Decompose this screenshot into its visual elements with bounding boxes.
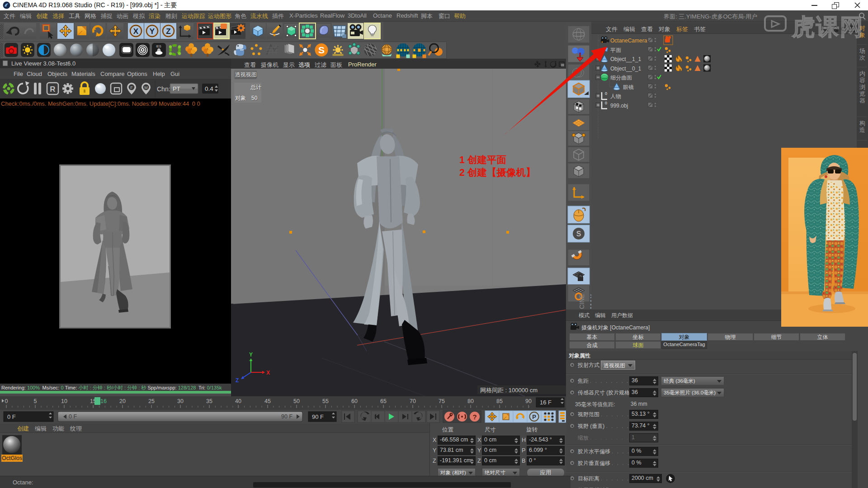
svg-text:0: 0 — [5, 398, 8, 404]
svg-text:R: R — [50, 85, 55, 94]
svg-text:0.4: 0.4 — [205, 85, 213, 92]
svg-text:Object__1_1: Object__1_1 — [610, 56, 641, 62]
svg-text:M: M — [144, 85, 148, 90]
svg-text:16 F: 16 F — [540, 399, 552, 406]
svg-text:90 F: 90 F — [281, 413, 292, 420]
svg-text:P: P — [532, 413, 536, 420]
svg-text:30: 30 — [177, 398, 184, 404]
svg-text:X: X — [266, 370, 270, 376]
svg-text:Z: Z — [166, 27, 170, 36]
svg-text:眼镜: 眼镜 — [623, 84, 634, 90]
svg-text:10: 10 — [61, 398, 67, 404]
svg-text:细分曲面: 细分曲面 — [610, 75, 632, 81]
svg-text:25: 25 — [148, 398, 155, 404]
svg-text:平面: 平面 — [610, 47, 621, 53]
svg-text:90: 90 — [525, 398, 532, 404]
svg-text:Y: Y — [249, 352, 253, 358]
svg-text:Chn:: Chn: — [157, 85, 170, 93]
svg-text:40: 40 — [235, 398, 241, 404]
svg-text:0 F: 0 F — [69, 413, 77, 420]
svg-text:55: 55 — [322, 398, 329, 404]
svg-text:IES: IES — [156, 45, 161, 48]
svg-text:50: 50 — [293, 398, 300, 404]
svg-text:65: 65 — [380, 398, 387, 404]
svg-text:S: S — [318, 45, 325, 55]
svg-text:0: 0 — [605, 101, 607, 105]
svg-text:人物: 人物 — [610, 93, 621, 99]
svg-text:PT: PT — [173, 85, 180, 92]
svg-text:CINE: CINE — [578, 294, 585, 309]
svg-text:80: 80 — [467, 398, 474, 404]
svg-text:Y: Y — [150, 27, 155, 36]
svg-text:OctaneCamera: OctaneCamera — [610, 38, 647, 44]
svg-text:Z: Z — [236, 377, 239, 384]
svg-text:60: 60 — [351, 398, 358, 404]
svg-text:X: X — [133, 27, 139, 36]
svg-text:16: 16 — [100, 398, 107, 404]
svg-text:S: S — [576, 230, 581, 238]
svg-text:5: 5 — [34, 398, 37, 404]
svg-text:45: 45 — [264, 398, 271, 404]
svg-text:Object__0_1: Object__0_1 — [610, 66, 641, 72]
svg-text:85: 85 — [496, 398, 503, 404]
svg-text:999.obj: 999.obj — [610, 103, 628, 109]
svg-text:20: 20 — [119, 398, 126, 404]
svg-text:75: 75 — [439, 398, 445, 404]
svg-text:90 F: 90 F — [312, 413, 324, 420]
svg-text:F: F — [130, 85, 133, 90]
svg-text:0: 0 — [605, 91, 607, 96]
svg-text:35: 35 — [206, 398, 212, 404]
svg-text:?: ? — [472, 413, 476, 421]
svg-text:0 F: 0 F — [7, 413, 16, 420]
svg-text:70: 70 — [410, 398, 416, 404]
